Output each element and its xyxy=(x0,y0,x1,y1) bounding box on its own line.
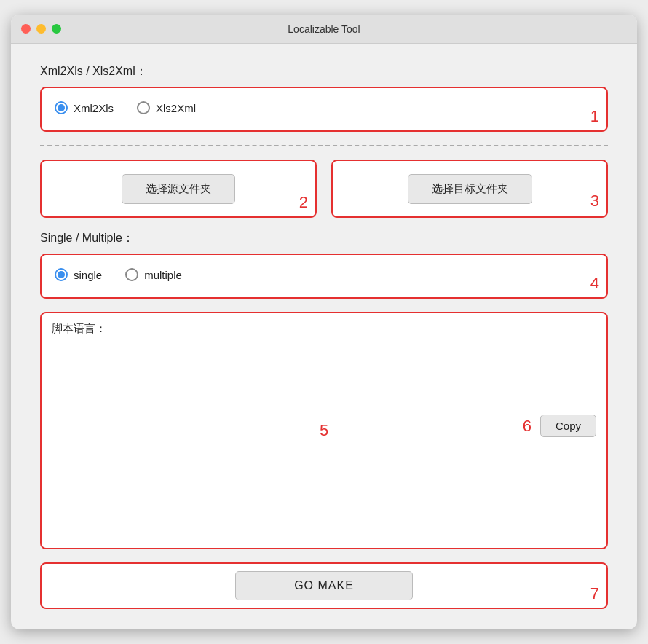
radio-single-circle xyxy=(55,268,68,281)
radio-multiple-label: multiple xyxy=(144,269,182,281)
radio-xml2xls-circle xyxy=(55,101,68,114)
select-source-folder-button[interactable]: 选择源文件夹 xyxy=(122,174,235,204)
folder-row: 选择源文件夹 2 选择目标文件夹 3 xyxy=(40,160,608,218)
go-make-button[interactable]: GO MAKE xyxy=(235,571,413,600)
window-controls xyxy=(21,24,61,34)
section3-box: 选择目标文件夹 3 xyxy=(331,160,608,218)
section7-number: 7 xyxy=(590,586,599,602)
maximize-button[interactable] xyxy=(52,24,61,34)
window-title: Localizable Tool xyxy=(288,23,360,35)
section5-number: 5 xyxy=(320,421,328,440)
radio-single[interactable]: single xyxy=(55,268,102,281)
radio-xml2xls[interactable]: Xml2Xls xyxy=(55,101,114,114)
section4-number: 4 xyxy=(590,275,599,291)
copy-button[interactable]: Copy xyxy=(540,415,596,437)
section1-label: Xml2Xls / Xls2Xml： xyxy=(40,64,608,79)
radio-xls2xml-circle xyxy=(137,101,150,114)
radio-single-label: single xyxy=(74,269,102,281)
close-button[interactable] xyxy=(21,24,31,34)
radio-xls2xml[interactable]: Xls2Xml xyxy=(137,101,196,114)
radio-multiple[interactable]: multiple xyxy=(125,268,182,281)
section3-number: 3 xyxy=(590,192,599,211)
titlebar: Localizable Tool xyxy=(11,15,637,44)
section1-box: Xml2Xls Xls2Xml 1 xyxy=(40,87,608,132)
content-area: Xml2Xls / Xls2Xml： Xml2Xls Xls2Xml 1 xyxy=(11,44,637,629)
section6-number: 6 xyxy=(523,417,532,436)
radio-xml2xls-inner xyxy=(58,104,65,111)
single-multiple-radio-group: single multiple xyxy=(52,262,596,287)
radio-xls2xml-label: Xls2Xml xyxy=(156,102,196,114)
script-textarea[interactable] xyxy=(52,340,596,406)
section4-wrapper: Single / Multiple： single multiple 4 xyxy=(40,231,608,299)
section4-box: single multiple 4 xyxy=(40,254,608,299)
minimize-button[interactable] xyxy=(36,24,46,34)
section7-box: GO MAKE 7 xyxy=(40,562,608,609)
radio-single-inner xyxy=(58,271,65,278)
section4-label: Single / Multiple： xyxy=(40,231,608,246)
script-language-label: 脚本语言： xyxy=(52,322,596,336)
radio-multiple-circle xyxy=(125,268,138,281)
radio-xml2xls-label: Xml2Xls xyxy=(74,102,114,114)
conversion-radio-group: Xml2Xls Xls2Xml xyxy=(52,95,596,120)
section2-box: 选择源文件夹 2 xyxy=(40,160,317,218)
section5-box: 脚本语言： 5 6 Copy xyxy=(40,312,608,549)
section2-number: 2 xyxy=(299,195,308,211)
section1-number: 1 xyxy=(590,109,599,125)
main-window: Localizable Tool Xml2Xls / Xls2Xml： Xml2… xyxy=(11,15,637,629)
select-target-folder-button[interactable]: 选择目标文件夹 xyxy=(408,174,532,204)
dashed-divider xyxy=(40,145,608,146)
